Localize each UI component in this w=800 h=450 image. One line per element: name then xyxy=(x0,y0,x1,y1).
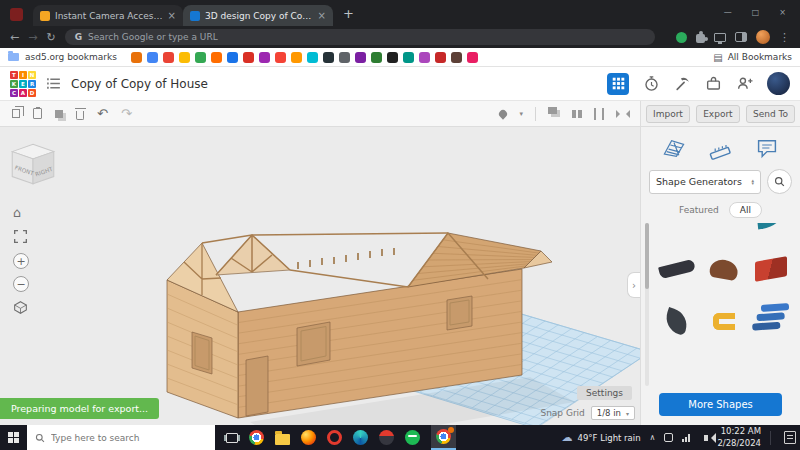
bookmark-icon[interactable] xyxy=(451,52,462,63)
spotify-icon[interactable] xyxy=(405,430,420,445)
bookmark-icon[interactable] xyxy=(243,52,254,63)
shape-thumb-stacked-bars-blue[interactable] xyxy=(747,295,794,347)
maximize-button[interactable]: □ xyxy=(752,8,760,17)
workplane-tool-icon[interactable] xyxy=(662,136,686,160)
bookmark-icon[interactable] xyxy=(275,52,286,63)
bookmark-icon[interactable] xyxy=(179,52,190,63)
bookmark-icon[interactable] xyxy=(307,52,318,63)
bookmark-icon[interactable] xyxy=(387,52,398,63)
shape-thumb-u-clip-yellow[interactable] xyxy=(700,295,747,347)
opera-icon[interactable] xyxy=(327,430,342,445)
group-icon[interactable] xyxy=(548,107,557,114)
start-button[interactable] xyxy=(0,425,27,450)
design-properties-icon[interactable] xyxy=(45,75,62,92)
brave-icon[interactable] xyxy=(379,430,394,445)
back-button[interactable]: ← xyxy=(10,32,19,43)
add-collaborator-icon[interactable] xyxy=(736,75,753,92)
shape-thumb-curved-ramp-teal[interactable] xyxy=(747,223,794,243)
more-shapes-button[interactable]: More Shapes xyxy=(659,393,782,416)
duplicate-icon[interactable] xyxy=(55,110,63,118)
design-title[interactable]: Copy of Copy of House xyxy=(71,77,208,91)
bookmark-icon[interactable] xyxy=(211,52,222,63)
chrome-icon[interactable] xyxy=(249,430,264,445)
bookmark-icon[interactable] xyxy=(291,52,302,63)
undo-button[interactable]: ↶ xyxy=(97,107,108,120)
firefox-icon[interactable] xyxy=(301,430,316,445)
bookmark-icon[interactable] xyxy=(419,52,430,63)
extensions-icon[interactable] xyxy=(696,34,705,43)
edge-icon[interactable] xyxy=(353,430,368,445)
snap-grid-select[interactable]: 1/8 in ▾ xyxy=(591,406,635,420)
weather-widget[interactable]: ☁ 49°F Light rain xyxy=(562,432,641,443)
browser-tab-1[interactable]: Instant Camera Accessories | C × xyxy=(33,5,183,26)
pinned-tab-favicon[interactable] xyxy=(10,8,23,21)
bookmark-icon[interactable] xyxy=(323,52,334,63)
pin-caret-icon[interactable]: ▾ xyxy=(519,110,523,118)
forward-button[interactable]: → xyxy=(28,32,37,43)
shape-grid[interactable] xyxy=(643,223,794,386)
settings-button[interactable]: Settings xyxy=(577,386,632,400)
shape-thumb-curved-panel-brown[interactable] xyxy=(700,243,747,295)
profile-avatar[interactable] xyxy=(756,30,770,44)
paste-icon[interactable] xyxy=(33,108,42,119)
export-button[interactable]: Export xyxy=(696,105,739,123)
bookmark-icon[interactable] xyxy=(131,52,142,63)
user-avatar[interactable] xyxy=(767,72,790,95)
volume-icon[interactable] xyxy=(704,435,708,441)
side-panel-icon[interactable] xyxy=(735,32,747,42)
panel-scrollbar[interactable] xyxy=(645,223,649,386)
3d-viewport[interactable]: FRONT RIGHT ⌂ + − Preparing model for ex… xyxy=(0,127,640,425)
file-explorer-icon[interactable] xyxy=(275,434,290,445)
shape-search-button[interactable] xyxy=(767,169,792,194)
apps-grid-button[interactable] xyxy=(607,73,629,95)
perspective-toggle-button[interactable] xyxy=(13,300,28,315)
mirror-icon[interactable] xyxy=(616,110,624,118)
scrollbar-thumb[interactable] xyxy=(645,223,649,289)
panel-collapse-handle[interactable]: › xyxy=(627,272,640,298)
minimize-button[interactable]: — xyxy=(724,8,732,17)
home-view-button[interactable]: ⌂ xyxy=(13,205,21,220)
reload-button[interactable]: ↻ xyxy=(46,32,55,43)
notes-tool-icon[interactable] xyxy=(755,136,779,160)
active-chrome-app[interactable] xyxy=(431,425,456,450)
bookmark-icon[interactable] xyxy=(403,52,414,63)
align-icon[interactable] xyxy=(594,108,596,120)
bookmark-icon[interactable] xyxy=(467,52,478,63)
house-model[interactable] xyxy=(167,233,575,425)
close-button[interactable]: × xyxy=(779,8,786,17)
scene-svg[interactable] xyxy=(0,127,640,425)
adblock-extension-icon[interactable] xyxy=(676,32,687,43)
bookmark-icon[interactable] xyxy=(163,52,174,63)
bookmark-icon[interactable] xyxy=(195,52,206,63)
bookmark-icon[interactable] xyxy=(339,52,350,63)
tab-all[interactable]: All xyxy=(729,202,762,218)
zoom-out-button[interactable]: − xyxy=(13,276,29,292)
workplane-pin-icon[interactable] xyxy=(498,108,509,119)
tab-close-icon[interactable]: × xyxy=(318,11,326,21)
shape-category-select[interactable]: Shape Generators ▴▾ xyxy=(649,170,761,194)
shape-thumb-curved-blade-dark[interactable] xyxy=(653,243,700,295)
browser-menu-icon[interactable]: ⋮ xyxy=(779,32,790,43)
network-icon[interactable] xyxy=(682,434,690,442)
tab-close-icon[interactable]: × xyxy=(168,11,176,21)
fit-view-button[interactable] xyxy=(13,229,28,244)
hidden-icons-caret[interactable]: ∧ xyxy=(650,433,656,442)
briefcase-icon[interactable] xyxy=(705,75,722,92)
bookmark-icon[interactable] xyxy=(371,52,382,63)
new-tab-button[interactable]: + xyxy=(343,6,354,21)
browser-tab-2-active[interactable]: 3D design Copy of Copy of Ho × xyxy=(183,5,333,26)
import-button[interactable]: Import xyxy=(646,105,690,123)
redo-button[interactable]: ↷ xyxy=(121,107,132,120)
taskbar-search-input[interactable] xyxy=(51,433,191,443)
tab-featured[interactable]: Featured xyxy=(679,205,719,215)
taskbar-clock[interactable]: 10:22 AM 2/28/2024 xyxy=(717,426,761,448)
bookmark-icon[interactable] xyxy=(147,52,158,63)
action-center-icon[interactable] xyxy=(784,431,796,444)
shape-thumb-leaf-blade-dark[interactable] xyxy=(653,295,700,347)
shape-thumb-folded-sheet-red[interactable] xyxy=(747,243,794,295)
taskbar-search[interactable] xyxy=(27,425,215,450)
bookmark-icon[interactable] xyxy=(355,52,366,63)
tinkercad-logo[interactable]: T I N K E R C A D xyxy=(10,71,36,97)
send-to-button[interactable]: Send To xyxy=(746,105,795,123)
bookmarks-folder-label[interactable]: asd5.org bookmarks xyxy=(25,52,117,62)
